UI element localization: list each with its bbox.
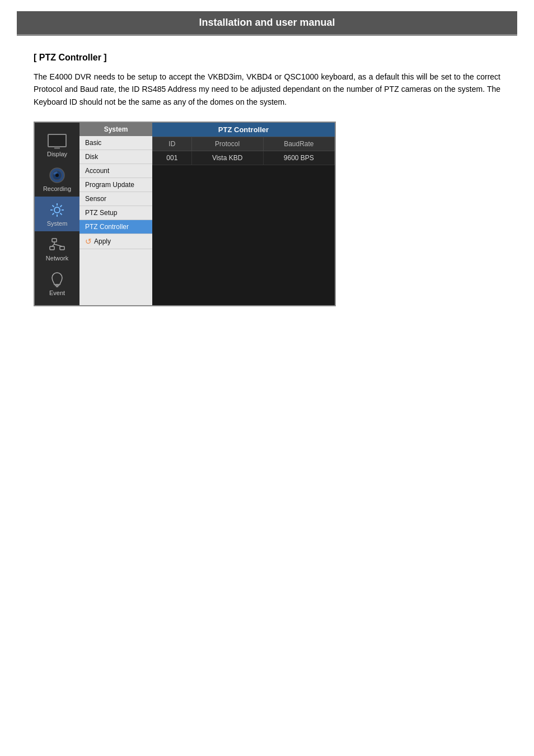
page-header: Installation and user manual bbox=[17, 11, 517, 36]
menu-item-basic[interactable]: Basic bbox=[79, 136, 152, 150]
sidebar-item-network-label: Network bbox=[46, 255, 68, 262]
svg-line-11 bbox=[53, 213, 54, 215]
display-icon bbox=[47, 132, 67, 150]
cell-protocol: Vista KBD bbox=[191, 151, 263, 165]
menu-item-ptz-setup[interactable]: PTZ Setup bbox=[79, 206, 152, 220]
svg-rect-13 bbox=[52, 239, 57, 242]
menu-item-apply[interactable]: ↺ Apply bbox=[79, 234, 152, 249]
cell-id: 001 bbox=[153, 151, 192, 165]
sidebar-item-event-label: Event bbox=[49, 290, 65, 296]
sidebar-item-system[interactable]: System bbox=[35, 197, 79, 231]
sidebar-item-recording-label: Recording bbox=[43, 185, 71, 192]
ptz-table: ID Protocol BaudRate 001 Vista KBD 9600 … bbox=[152, 137, 335, 165]
dvr-menu-panel: System Basic Disk Account Program Update… bbox=[79, 123, 152, 305]
svg-line-10 bbox=[60, 213, 62, 215]
svg-line-9 bbox=[53, 206, 54, 207]
sidebar-item-network[interactable]: Network bbox=[35, 231, 79, 266]
sidebar-item-event[interactable]: Event bbox=[35, 266, 79, 301]
svg-line-18 bbox=[54, 244, 62, 246]
sidebar-item-recording[interactable]: Recording bbox=[35, 162, 79, 197]
menu-item-program-update[interactable]: Program Update bbox=[79, 178, 152, 192]
menu-item-account[interactable]: Account bbox=[79, 164, 152, 178]
dvr-ui: Display Recording bbox=[34, 122, 336, 306]
sidebar-item-system-label: System bbox=[47, 220, 68, 227]
event-icon bbox=[47, 270, 67, 288]
menu-item-ptz-controller[interactable]: PTZ Controller bbox=[79, 220, 152, 234]
sidebar-item-display-label: Display bbox=[47, 151, 67, 157]
apply-icon: ↺ bbox=[85, 237, 92, 246]
menu-item-disk[interactable]: Disk bbox=[79, 150, 152, 164]
cell-baudrate: 9600 BPS bbox=[263, 151, 334, 165]
svg-rect-14 bbox=[50, 246, 54, 250]
svg-rect-15 bbox=[60, 246, 64, 250]
recording-icon bbox=[47, 166, 67, 184]
col-id: ID bbox=[153, 137, 192, 151]
svg-point-4 bbox=[54, 207, 60, 213]
col-baudrate: BaudRate bbox=[263, 137, 334, 151]
dvr-sidebar: Display Recording bbox=[35, 123, 79, 305]
network-icon bbox=[47, 236, 67, 254]
col-protocol: Protocol bbox=[191, 137, 263, 151]
main-content: [ PTZ Controller ] The E4000 DVR needs t… bbox=[0, 36, 534, 323]
ptz-controller-header: PTZ Controller bbox=[152, 123, 335, 137]
svg-line-12 bbox=[60, 206, 62, 207]
table-row: 001 Vista KBD 9600 BPS bbox=[153, 151, 335, 165]
system-icon bbox=[47, 201, 67, 219]
sidebar-item-display[interactable]: Display bbox=[35, 127, 79, 162]
svg-point-2 bbox=[55, 174, 59, 177]
ptz-controller-panel: PTZ Controller ID Protocol BaudRate 001 … bbox=[152, 123, 335, 305]
apply-label: Apply bbox=[94, 237, 111, 245]
section-description: The E4000 DVR needs to be setup to accep… bbox=[34, 71, 500, 108]
section-title: [ PTZ Controller ] bbox=[34, 53, 500, 63]
menu-header: System bbox=[79, 123, 152, 136]
menu-item-sensor[interactable]: Sensor bbox=[79, 192, 152, 206]
